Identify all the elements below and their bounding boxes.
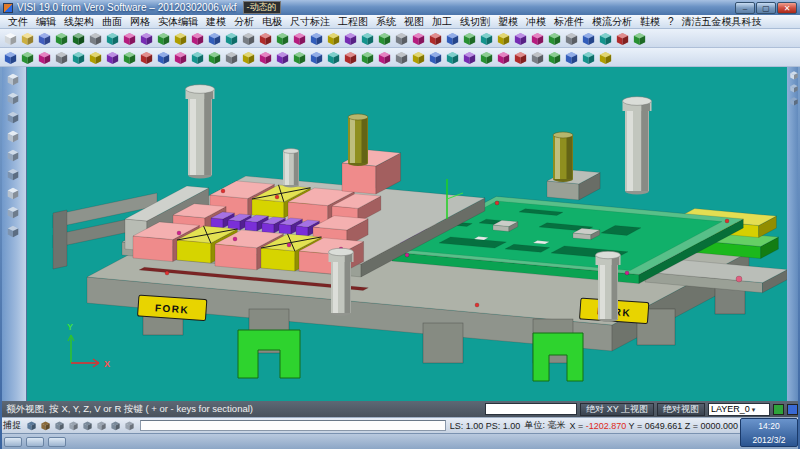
solid-cube-icon[interactable] [546,30,563,47]
open-folder-icon[interactable] [19,30,36,47]
solid-cube-icon[interactable] [325,49,342,66]
solid-cube-icon[interactable] [87,30,104,47]
snap-mode-icon[interactable] [25,419,38,432]
menu-item[interactable]: 加工 [428,15,456,29]
layer-color-swatch[interactable] [787,404,798,415]
view-tool-icon[interactable] [5,203,22,220]
menu-item[interactable]: 网格 [126,15,154,29]
solid-cube-icon[interactable] [563,30,580,47]
solid-cube-icon[interactable] [291,30,308,47]
snap-mode-icon[interactable] [95,419,108,432]
solid-cube-icon[interactable] [461,30,478,47]
screw[interactable] [725,219,729,223]
view-tool-icon[interactable] [5,184,22,201]
menu-item[interactable]: 文件 [4,15,32,29]
solid-cube-icon[interactable] [546,49,563,66]
screw[interactable] [177,231,181,235]
solid-cube-icon[interactable] [376,49,393,66]
solid-cube-icon[interactable] [342,49,359,66]
solid-cube-icon[interactable] [410,49,427,66]
snap-mode-icon[interactable] [123,419,136,432]
lift-fork[interactable] [238,330,300,378]
solid-cube-icon[interactable] [19,49,36,66]
solid-cube-icon[interactable] [342,30,359,47]
menu-item[interactable]: 工程图 [334,15,372,29]
solid-cube-icon[interactable] [240,30,257,47]
menu-item[interactable]: 曲面 [98,15,126,29]
solid-cube-icon[interactable] [121,30,138,47]
solid-cube-icon[interactable] [631,30,648,47]
menu-item[interactable]: 鞋模 [636,15,664,29]
solid-cube-icon[interactable] [359,30,376,47]
solid-cube-icon[interactable] [427,30,444,47]
solid-cube-icon[interactable] [274,30,291,47]
solid-cube-icon[interactable] [87,49,104,66]
solid-cube-icon[interactable] [155,30,172,47]
menu-item[interactable]: 清洁五金模具科技 [678,15,766,29]
view-tool-icon[interactable] [5,165,22,182]
solid-cube-icon[interactable] [393,49,410,66]
solid-cube-icon[interactable] [257,49,274,66]
solid-cube-icon[interactable] [308,30,325,47]
snap-mode-icon[interactable] [67,419,80,432]
screw[interactable] [275,195,279,199]
viewport-3d[interactable]: FORKFORKYX [27,67,787,401]
view-mode-button[interactable]: 绝对 XY 上视图 [580,403,654,416]
solid-cube-icon[interactable] [614,30,631,47]
solid-cube-icon[interactable] [36,49,53,66]
screw[interactable] [233,237,237,241]
solid-cube-icon[interactable] [376,30,393,47]
solid-cube-icon[interactable] [597,49,614,66]
solid-cube-icon[interactable] [70,49,87,66]
new-doc-icon[interactable] [2,30,19,47]
guide-pillar[interactable] [329,248,354,316]
snap-mode-icon[interactable] [81,419,94,432]
minimize-button[interactable]: – [735,2,755,14]
solid-cube-icon[interactable] [529,30,546,47]
solid-cube-icon[interactable] [172,49,189,66]
menu-item[interactable]: 尺寸标注 [286,15,334,29]
solid-cube-icon[interactable] [478,49,495,66]
guide-pillar[interactable] [623,97,652,195]
screw[interactable] [405,253,409,257]
solid-cube-icon[interactable] [393,30,410,47]
menu-item[interactable]: 分析 [230,15,258,29]
solid-cube-icon[interactable] [359,49,376,66]
menu-item[interactable]: 塑模 [494,15,522,29]
solid-cube-icon[interactable] [206,30,223,47]
solid-cube-icon[interactable] [121,49,138,66]
menu-item[interactable]: 标准件 [550,15,588,29]
taskbar-item[interactable] [48,437,66,447]
menu-item[interactable]: 编辑 [32,15,60,29]
guide-pillar[interactable] [596,251,621,322]
solid-cube-icon[interactable] [495,30,512,47]
solid-cube-icon[interactable] [53,49,70,66]
solid-cube-icon[interactable] [155,49,172,66]
spring-cylinder[interactable] [553,132,573,182]
viewport-3d-scene[interactable]: FORKFORKYX [27,67,787,401]
close-button[interactable]: ✕ [777,2,797,14]
view-triad[interactable]: YX [67,322,110,369]
menu-item[interactable]: 模流分析 [588,15,636,29]
screw[interactable] [475,303,479,307]
menu-item[interactable]: ? [664,16,678,27]
solid-cube-icon[interactable] [223,49,240,66]
solid-cube-icon[interactable] [104,30,121,47]
command-input[interactable] [485,403,577,415]
menu-item[interactable]: 冲模 [522,15,550,29]
layer-color-swatch[interactable] [773,404,784,415]
view-tool-icon[interactable] [5,127,22,144]
solid-cube-icon[interactable] [274,49,291,66]
solid-cube-icon[interactable] [495,49,512,66]
menu-item[interactable]: 线切割 [456,15,494,29]
screw[interactable] [736,276,742,282]
taskbar-item[interactable] [26,437,44,447]
screw[interactable] [287,243,291,247]
solid-cube-icon[interactable] [189,49,206,66]
solid-cube-icon[interactable] [257,30,274,47]
message-field[interactable] [140,420,446,431]
solid-cube-icon[interactable] [410,30,427,47]
guide-pillar[interactable] [186,85,215,179]
solid-cube-icon[interactable] [206,49,223,66]
view-tool-icon[interactable] [5,89,22,106]
